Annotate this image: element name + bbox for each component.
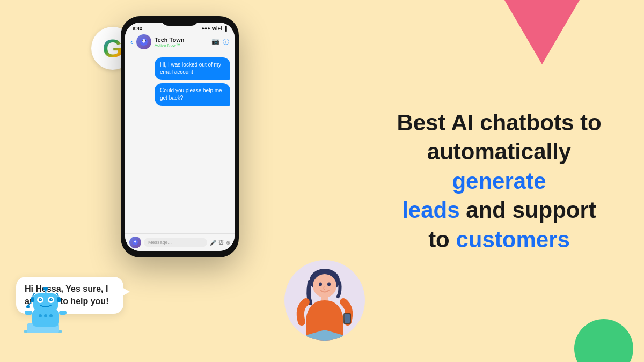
- svg-rect-33: [345, 314, 350, 323]
- svg-point-5: [134, 241, 136, 243]
- svg-point-11: [43, 287, 48, 291]
- svg-point-26: [49, 314, 53, 317]
- svg-rect-31: [321, 295, 328, 301]
- back-button[interactable]: ‹: [130, 38, 133, 46]
- svg-rect-8: [32, 309, 59, 327]
- heading-line3-end: and support: [460, 197, 596, 223]
- svg-rect-23: [59, 311, 67, 315]
- heading-line-4: to customers: [386, 225, 612, 254]
- phone-notch: [161, 16, 199, 26]
- mic-icon[interactable]: 🎤: [210, 240, 216, 246]
- main-content: Best AI chatbots to automatically genera…: [386, 108, 612, 254]
- messages-area: Hi, I was locked out of my email account…: [125, 53, 235, 233]
- battery-icon: ▐: [224, 26, 227, 31]
- contact-avatar: [136, 34, 151, 49]
- signal-icon: ●●●: [201, 26, 210, 31]
- svg-point-15: [49, 298, 53, 301]
- svg-rect-22: [25, 311, 32, 315]
- message-bubble-1: Hi, I was locked out of my email account: [155, 57, 230, 80]
- pink-triangle-decoration: [504, 0, 580, 64]
- svg-point-21: [26, 305, 30, 308]
- svg-point-25: [44, 314, 47, 317]
- svg-point-1: [142, 39, 145, 42]
- contact-status: Active Now™: [155, 43, 208, 48]
- wifi-icon: WiFi: [212, 26, 222, 31]
- svg-point-16: [40, 299, 41, 300]
- message-input-bar: Message... 🎤 🖼 ⊕: [125, 233, 235, 251]
- svg-point-14: [39, 298, 42, 301]
- heading-line4-start: to: [428, 226, 456, 252]
- svg-point-29: [319, 283, 322, 286]
- heading-line4-highlight: customers: [456, 226, 569, 252]
- svg-point-17: [51, 299, 52, 300]
- robot-illustration: [21, 287, 70, 351]
- main-heading: Best AI chatbots to automatically genera…: [386, 108, 612, 254]
- phone-screen: 9:42 ●●● WiFi ▐ ‹: [125, 23, 235, 251]
- chat-header-icons: 📷 ⓘ: [211, 38, 229, 47]
- heading-line-3: leads and support: [386, 196, 612, 225]
- google-g-letter: G: [103, 34, 122, 63]
- more-icon[interactable]: ⊕: [226, 240, 230, 246]
- phone-mockup: 9:42 ●●● WiFi ▐ ‹: [121, 16, 239, 257]
- status-time: 9:42: [133, 26, 142, 31]
- sender-avatar: [129, 237, 141, 248]
- svg-point-24: [39, 314, 42, 317]
- image-icon[interactable]: 🖼: [218, 240, 224, 246]
- svg-rect-9: [33, 293, 58, 312]
- status-icons: ●●● WiFi ▐: [201, 26, 227, 31]
- chat-header: ‹ Tech Town Active Now™ 📷 ⓘ: [125, 32, 235, 53]
- svg-point-2: [142, 40, 143, 41]
- svg-rect-18: [31, 297, 34, 302]
- svg-point-3: [145, 40, 146, 41]
- svg-point-28: [313, 274, 336, 298]
- svg-rect-19: [57, 297, 61, 302]
- video-icon[interactable]: 📷: [211, 38, 219, 47]
- contact-info: Tech Town Active Now™: [155, 36, 208, 48]
- info-icon[interactable]: ⓘ: [223, 38, 229, 47]
- svg-point-30: [327, 283, 331, 286]
- heading-line-1: Best AI chatbots to: [386, 108, 612, 137]
- heading-line-2: automatically generate: [386, 137, 612, 196]
- heading-line2-highlight: generate: [452, 168, 546, 193]
- green-circle-decoration: [574, 319, 633, 362]
- message-bubble-2: Could you please help me get back?: [155, 83, 230, 106]
- message-input[interactable]: Message...: [144, 238, 207, 247]
- heading-line2-start: automatically: [427, 139, 571, 164]
- contact-name: Tech Town: [155, 36, 208, 43]
- person-illustration: [284, 260, 365, 341]
- heading-line3-highlight: leads: [402, 197, 459, 223]
- input-icons: 🎤 🖼 ⊕: [210, 240, 230, 246]
